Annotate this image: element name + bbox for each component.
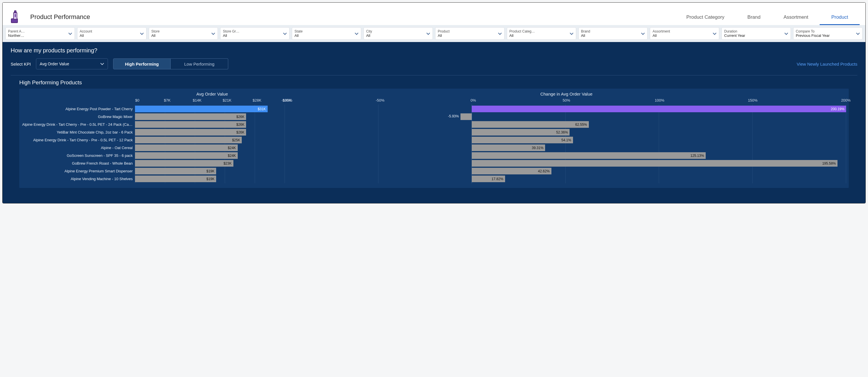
filter-value: Norther… [8, 33, 25, 38]
row-label: Alpine Vending Machine - 10 Shelves [22, 177, 135, 181]
value-bar-area: $24K [135, 152, 285, 159]
change-bar[interactable]: 54.1% [472, 137, 573, 143]
change-bar[interactable]: -5.93% [461, 114, 472, 120]
chevron-down-icon [713, 32, 717, 36]
chart-row: Alpine Energy Drink - Tart Cherry - Pre … [22, 121, 846, 128]
kpi-select[interactable]: Avg Order Value [36, 58, 108, 69]
svg-rect-2 [14, 11, 16, 13]
row-label: Alpine - Oat Cereal [22, 146, 135, 150]
kpi-select-value: Avg Order Value [40, 62, 69, 66]
value-bar[interactable]: $26K [135, 129, 246, 135]
value-bar[interactable]: $19K [135, 168, 216, 175]
axis-tick: $28K [253, 98, 261, 102]
chart-row: Alpine - Oat Cereal$24K39.31% [22, 144, 846, 152]
chevron-down-icon [211, 32, 215, 36]
tab-product-category[interactable]: Product Category [675, 10, 736, 25]
filter-label: Compare To [796, 29, 830, 33]
change-bar[interactable]: 42.62% [472, 168, 551, 175]
change-bar-label: 42.62% [538, 169, 550, 173]
filter-label: Brand [581, 29, 590, 33]
chevron-down-icon [784, 32, 788, 36]
value-bar-area: $19K [135, 175, 285, 183]
filter-value: All [151, 33, 160, 38]
dashboard-question: How are my products performing? [11, 47, 857, 54]
change-bar-label: 200.19% [831, 107, 844, 111]
change-bar-label: 17.82% [492, 177, 503, 181]
segment-low-performing[interactable]: Low Performing [170, 58, 228, 69]
filter-0[interactable]: Parent A…Norther… [5, 27, 75, 40]
segment-high-performing[interactable]: High Performing [113, 58, 170, 69]
change-bar[interactable]: 52.36% [472, 129, 569, 135]
chevron-down-icon [498, 32, 502, 36]
chevron-down-icon [641, 32, 645, 36]
value-bar[interactable]: $26K [135, 114, 246, 120]
axis-tick: $14K [193, 98, 202, 102]
value-bar[interactable]: $23K [135, 160, 234, 167]
divider [11, 75, 857, 75]
chevron-down-icon [354, 32, 359, 36]
filter-value: All [509, 33, 535, 38]
page-title: Product Performance [30, 13, 90, 21]
value-bar[interactable]: $31K [135, 105, 268, 112]
filter-value: All [366, 33, 372, 38]
value-bar[interactable]: $24K [135, 152, 238, 159]
axis-tick: -100% [281, 98, 292, 102]
chevron-down-icon [569, 32, 574, 36]
row-label: YetiBar Mint Chocolate Chip, 2oz bar - 6… [22, 130, 135, 134]
value-bar-label: $26K [236, 115, 244, 119]
tab-assortment[interactable]: Assortment [772, 10, 820, 25]
value-bar-label: $24K [228, 154, 236, 158]
filter-label: Product Categ… [509, 29, 535, 33]
filter-4[interactable]: StateAll [292, 27, 361, 40]
value-bar-label: $23K [224, 161, 232, 165]
chart-headers: Avg Order Value Change in Avg Order Valu… [22, 92, 846, 96]
filter-bar: Parent A…Norther…AccountAllStoreAllStore… [3, 25, 865, 42]
change-bar-label: 39.31% [532, 146, 544, 150]
filter-5[interactable]: CityAll [364, 27, 433, 40]
value-bar-area: $25K [135, 136, 285, 144]
section-title: High Performing Products [11, 80, 857, 86]
change-bar-area: 42.62% [285, 167, 846, 175]
chevron-down-icon [283, 32, 287, 36]
value-bar[interactable]: $19K [135, 176, 216, 182]
change-bar[interactable]: 62.55% [472, 121, 589, 128]
header-left: Product Performance [8, 9, 90, 25]
value-bar-area: $26K [135, 121, 285, 128]
change-bar-label: 62.55% [575, 123, 587, 127]
filter-1[interactable]: AccountAll [77, 27, 147, 40]
value-bar[interactable]: $25K [135, 137, 242, 143]
value-bar-label: $19K [206, 177, 214, 181]
change-bar-label: 54.1% [561, 138, 571, 142]
chart-row: YetiBar Mint Chocolate Chip, 2oz bar - 6… [22, 128, 846, 136]
row-label: Alpine Energy Premium Smart Dispenser [22, 169, 135, 173]
filter-10[interactable]: DurationCurrent Year [721, 27, 791, 40]
value-bar[interactable]: $26K [135, 121, 246, 128]
chart-row: Alpine Energy Premium Smart Dispenser$19… [22, 167, 846, 175]
view-new-products-link[interactable]: View Newly Launched Products [797, 62, 857, 66]
change-bar[interactable]: 17.82% [472, 176, 505, 182]
tab-brand[interactable]: Brand [736, 10, 772, 25]
app-frame: Product Performance Product CategoryBran… [2, 2, 866, 203]
row-label: Alpine Energy Post Powder - Tart Cherry [22, 107, 135, 111]
axis-tick: 200% [841, 98, 850, 102]
value-bar-area: $23K [135, 159, 285, 167]
filter-3[interactable]: Store Gr…All [220, 27, 289, 40]
filter-2[interactable]: StoreAll [149, 27, 218, 40]
filter-7[interactable]: Product Categ…All [507, 27, 576, 40]
axis-tick: $21K [223, 98, 231, 102]
value-bar[interactable]: $24K [135, 145, 238, 151]
filter-label: Product [438, 29, 450, 33]
change-bar[interactable]: 125.13% [472, 152, 706, 159]
tab-product[interactable]: Product [820, 10, 860, 25]
change-bar[interactable]: 200.19% [472, 105, 846, 112]
chevron-down-icon [426, 32, 430, 36]
filter-8[interactable]: BrandAll [579, 27, 648, 40]
filter-label: City [366, 29, 372, 33]
axis-tick: $7K [164, 98, 170, 102]
change-bar[interactable]: 195.58% [472, 160, 837, 167]
filter-9[interactable]: AssortmentAll [650, 27, 719, 40]
value-bar-area: $19K [135, 167, 285, 175]
filter-6[interactable]: ProductAll [435, 27, 504, 40]
filter-11[interactable]: Compare ToPrevious Fiscal Year [793, 27, 863, 40]
change-bar[interactable]: 39.31% [472, 145, 546, 151]
